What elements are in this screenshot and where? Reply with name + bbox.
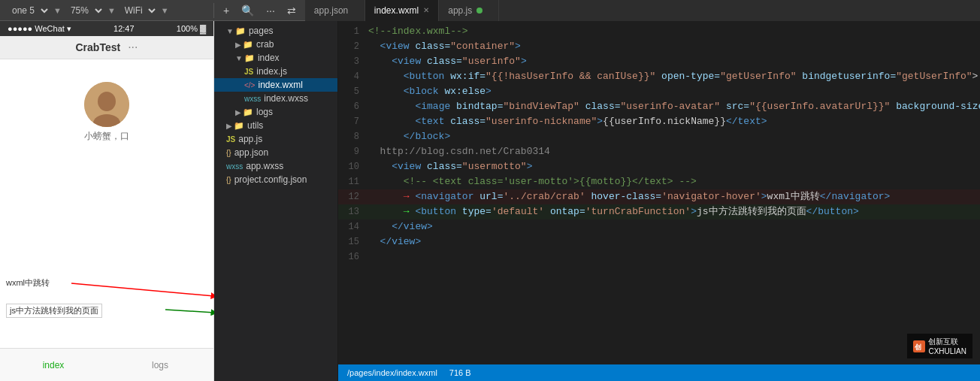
watermark: 创 创新互联CXHULIAN (907, 334, 972, 358)
collapse-arrow-icon: ▶ (235, 41, 241, 49)
js-file-icon: JS (244, 68, 253, 76)
code-line-9: 9 http://blog.csdn.net/Crab0314 (338, 144, 980, 159)
top-bar: one 5 ▼ 75% ▼ WiFi ▼ + 🔍 ··· ⇄ app.json … (0, 0, 980, 21)
wxml-jump-label: wxml中跳转 (6, 277, 50, 289)
editor-footer: /pages/index/index.wxml 716 B (338, 364, 980, 381)
code-content: 1 <!--index.wxml--> 2 <view class="conta… (338, 21, 980, 265)
tree-file-app-json[interactable]: {} app.json (214, 146, 337, 159)
code-line-14: 14 </view> (338, 219, 980, 234)
code-editor[interactable]: 1 <!--index.wxml--> 2 <view class="conta… (338, 21, 980, 381)
tree-file-project-config[interactable]: {} project.config.json (214, 173, 337, 186)
sim-nickname: 小螃蟹，口 (84, 130, 129, 143)
code-line-11: 11 <!-- <text class='user-motto'>{{motto… (338, 174, 980, 189)
zoom-select[interactable]: 75% (65, 3, 104, 18)
folder-icon: 📁 (234, 121, 244, 131)
tree-file-app-js[interactable]: JS app.js (214, 132, 337, 146)
code-line-6: 6 <image bindtap="bindViewTap" class="us… (338, 99, 980, 114)
zoom-chevron-icon: ▼ (107, 6, 116, 15)
more-button[interactable]: ··· (263, 3, 278, 18)
folder-icon: 📁 (243, 107, 253, 117)
chevron-down-icon: ▼ (53, 6, 62, 15)
folder-icon: 📁 (235, 26, 246, 36)
sim-app-name: CrabTest (76, 41, 121, 53)
js-file-icon: JS (226, 135, 235, 144)
tab-app-json[interactable]: app.json (305, 0, 365, 21)
code-line-12: 12 → <navigator url='../crab/crab' hover… (338, 189, 980, 204)
code-line-4: 4 <button wx:if="{{!hasUserInfo && canIU… (338, 69, 980, 84)
code-line-2: 2 <view class="container"> (338, 39, 980, 54)
code-line-5: 5 <block wx:else> (338, 84, 980, 99)
sim-nav-logs[interactable]: logs (107, 360, 213, 370)
simulator-panel: ●●●●● WeChat ▾ 12:47 100% ▓ CrabTest ···… (0, 21, 214, 381)
svg-point-1 (98, 92, 116, 111)
tree-file-index-wxss[interactable]: wxss index.wxss (214, 92, 337, 105)
collapse-arrow-icon: ▶ (226, 122, 232, 130)
js-jump-label: js中方法跳转到我的页面 (6, 304, 102, 318)
main-content: ●●●●● WeChat ▾ 12:47 100% ▓ CrabTest ···… (0, 21, 980, 381)
editor-filepath: /pages/index/index.wxml (347, 368, 437, 377)
unsaved-dot (476, 8, 482, 14)
top-bar-left: one 5 ▼ 75% ▼ WiFi ▼ (0, 3, 214, 18)
wifi-chevron-icon: ▼ (161, 6, 169, 15)
wxss-file-icon: wxss (226, 162, 243, 171)
sim-more-icon[interactable]: ··· (128, 41, 138, 54)
close-icon[interactable]: ✕ (423, 6, 429, 14)
editor-toolbar: + 🔍 ··· ⇄ (214, 3, 305, 18)
sim-bottom-nav: index logs (0, 348, 213, 381)
avatar (84, 82, 129, 127)
sim-status-bar: ●●●●● WeChat ▾ 12:47 100% ▓ (0, 21, 213, 36)
tree-folder-logs[interactable]: ▶ 📁 logs (214, 105, 337, 119)
network-select[interactable]: WiFi (119, 3, 158, 18)
code-line-3: 3 <view class="userinfo"> (338, 54, 980, 69)
tree-folder-utils[interactable]: ▶ 📁 utils (214, 119, 337, 132)
device-select[interactable]: one 5 (6, 3, 50, 18)
watermark-text: 创新互联CXHULIAN (928, 337, 966, 355)
code-line-15: 15 </view> (338, 234, 980, 249)
file-tree: ▼ 📁 pages ▶ 📁 crab ▼ 📁 index JS index.js… (214, 21, 338, 381)
json-file-icon: {} (226, 149, 231, 157)
split-button[interactable]: ⇄ (284, 3, 299, 18)
sim-signal: ●●●●● WeChat ▾ (8, 24, 71, 34)
svg-line-3 (71, 283, 214, 296)
code-line-1: 1 <!--index.wxml--> (338, 24, 980, 39)
collapse-arrow-icon: ▶ (235, 108, 241, 116)
tabs-bar: app.json index.wxml ✕ app.js (305, 0, 980, 21)
svg-text:创: 创 (914, 343, 921, 351)
tree-file-app-wxss[interactable]: wxss app.wxss (214, 159, 337, 173)
sim-screen: 小螃蟹，口 wxml中跳转 js中方法跳转到我的页面 (0, 59, 213, 381)
code-line-13: 13 → <button type='default' ontap='turnC… (338, 204, 980, 219)
expand-arrow-icon: ▼ (226, 27, 234, 35)
code-line-7: 7 <text class="userinfo-nickname">{{user… (338, 114, 980, 129)
tree-file-index-wxml[interactable]: </> index.wxml (214, 78, 337, 92)
code-line-16: 16 (338, 249, 980, 265)
expand-arrow-icon: ▼ (235, 54, 243, 62)
tree-folder-index[interactable]: ▼ 📁 index (214, 51, 337, 65)
sim-titlebar: CrabTest ··· (0, 36, 213, 59)
wxss-file-icon: wxss (244, 95, 261, 103)
tree-file-index-js[interactable]: JS index.js (214, 65, 337, 78)
folder-icon: 📁 (244, 53, 255, 63)
brand-icon: 创 (913, 340, 925, 352)
search-button[interactable]: 🔍 (238, 3, 257, 18)
code-line-10: 10 <view class="usermotto"> (338, 159, 980, 174)
editor-filesize: 716 B (449, 368, 471, 377)
tree-folder-crab[interactable]: ▶ 📁 crab (214, 38, 337, 51)
svg-line-4 (165, 310, 214, 313)
code-line-8: 8 </block> (338, 129, 980, 144)
json-file-icon: {} (226, 176, 231, 184)
add-button[interactable]: + (220, 3, 232, 18)
wxml-file-icon: </> (244, 81, 255, 89)
folder-icon: 📁 (243, 40, 253, 50)
sim-time: 12:47 (113, 24, 135, 33)
tab-app-js[interactable]: app.js (439, 0, 499, 21)
tree-folder-pages[interactable]: ▼ 📁 pages (214, 24, 337, 38)
sim-battery: 100% ▓ (177, 24, 206, 33)
sim-nav-index[interactable]: index (0, 360, 107, 370)
tab-index-wxml[interactable]: index.wxml ✕ (365, 0, 439, 21)
